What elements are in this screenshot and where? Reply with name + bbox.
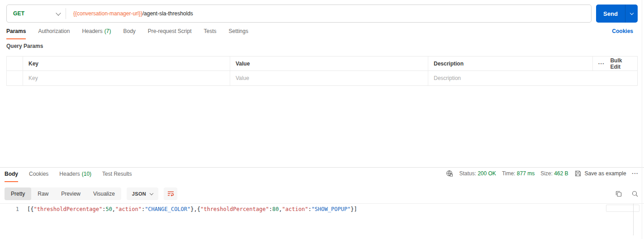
save-as-example-label: Save as example (585, 170, 626, 177)
send-options-button[interactable] (625, 5, 638, 23)
description-column-header: Description (428, 56, 593, 70)
json-token: , (279, 206, 282, 212)
chevron-down-icon (630, 11, 633, 14)
response-more-options-icon[interactable]: ••• (632, 172, 639, 175)
url-input[interactable]: {{conversation-manager-url}}/agent-sla-t… (66, 10, 193, 17)
json-token: 50 (105, 206, 112, 212)
status-badge[interactable]: Status: 200 OK (459, 170, 496, 177)
size-badge[interactable]: Size: 462 B (540, 170, 568, 177)
query-params-title: Query Params (6, 43, 43, 49)
status-value: 200 OK (478, 170, 496, 177)
tab-params[interactable]: Params (6, 28, 26, 39)
json-token: "thresholdPercentage" (33, 206, 102, 212)
language-select[interactable]: JSON (127, 187, 158, 200)
tab-label: Body (123, 28, 135, 34)
json-token: "SHOW_POPUP" (312, 206, 351, 212)
tab-authorization[interactable]: Authorization (38, 28, 70, 39)
value-input[interactable] (236, 75, 422, 81)
tab-test-results[interactable]: Test Results (102, 171, 132, 182)
table-input-row (7, 71, 637, 85)
editor-scroll-corner (606, 205, 639, 212)
method-label: GET (13, 10, 24, 17)
tab-label: Headers (59, 171, 80, 177)
key-input[interactable] (28, 75, 224, 81)
tab-label: Test Results (102, 171, 132, 177)
tab-pre-request-script[interactable]: Pre-request Script (148, 28, 192, 39)
network-info-icon[interactable] (446, 170, 453, 177)
tab-label: Tests (204, 28, 217, 34)
bulk-edit-button[interactable]: Bulk Edit (610, 57, 630, 70)
search-icon[interactable] (631, 190, 639, 197)
headers-count-badge: (7) (104, 28, 111, 34)
line-number: 1 (0, 206, 19, 212)
postman-request-view: GET {{conversation-manager-url}}/agent-s… (0, 0, 644, 239)
response-toolbar: Pretty Raw Preview Visualize JSON (5, 187, 639, 201)
view-tab-raw[interactable]: Raw (31, 187, 55, 200)
request-tabs: Params Authorization Headers(7) Body Pre… (6, 28, 633, 40)
key-column-header: Key (23, 56, 230, 70)
tab-label: Pre-request Script (148, 28, 192, 34)
chevron-down-icon (56, 10, 61, 15)
response-toolbar-right (615, 190, 639, 197)
request-url-box: GET {{conversation-manager-url}}/agent-s… (6, 5, 592, 23)
method-select[interactable]: GET (7, 10, 66, 17)
cookies-link[interactable]: Cookies (612, 28, 633, 34)
url-path: /agent-sla-thresholds (142, 10, 193, 17)
wrap-lines-icon (167, 191, 174, 197)
json-token: [{ (27, 206, 33, 212)
row-end-cell (593, 71, 637, 85)
response-headers-count-badge: (10) (82, 171, 91, 177)
tab-label: Params (6, 28, 26, 34)
chevron-down-icon (150, 191, 153, 195)
table-header-row: Key Value Description ••• Bulk Edit (7, 56, 637, 71)
tab-label: Body (5, 171, 18, 177)
url-environment-variable: {{conversation-manager-url}} (73, 10, 142, 17)
response-header: Body Cookies Headers(10) Test Results St… (5, 171, 639, 182)
tab-response-headers[interactable]: Headers(10) (59, 171, 91, 182)
tab-body[interactable]: Body (123, 28, 135, 39)
send-button-group: Send (596, 5, 638, 23)
editor-right-border (633, 204, 634, 235)
json-token: }] (350, 206, 357, 212)
json-token: "thresholdPercentage" (200, 206, 269, 212)
tab-response-body[interactable]: Body (5, 171, 18, 182)
json-token: 80 (272, 206, 279, 212)
row-checkbox-cell (7, 71, 23, 85)
language-label: JSON (132, 191, 146, 197)
time-badge[interactable]: Time: 877 ms (502, 170, 535, 177)
wrap-lines-button[interactable] (164, 187, 177, 200)
json-token: : (308, 206, 311, 212)
json-token: "CHANGE_COLOR" (145, 206, 190, 212)
description-input[interactable] (434, 75, 587, 81)
json-token: },{ (190, 206, 200, 212)
view-tab-pretty[interactable]: Pretty (5, 187, 31, 200)
tab-response-cookies[interactable]: Cookies (29, 171, 48, 182)
save-as-example-button[interactable]: Save as example (574, 170, 626, 177)
checkbox-column-header (7, 56, 23, 70)
more-options-icon[interactable]: ••• (598, 62, 605, 66)
window-right-edge (642, 0, 642, 239)
view-tab-visualize[interactable]: Visualize (87, 187, 121, 200)
response-json-line: [{"thresholdPercentage":50,"action":"CHA… (27, 206, 357, 212)
bulk-edit-cell: ••• Bulk Edit (593, 56, 637, 70)
response-view-switcher: Pretty Raw Preview Visualize (5, 187, 121, 200)
query-params-table: Key Value Description ••• Bulk Edit (6, 56, 638, 86)
tab-tests[interactable]: Tests (204, 28, 217, 39)
response-body-editor[interactable]: 1 [{"thresholdPercentage":50,"action":"C… (0, 203, 644, 239)
time-value: 877 ms (517, 170, 535, 177)
save-icon (574, 170, 582, 177)
tab-label: Settings (229, 28, 248, 34)
json-token: , (112, 206, 115, 212)
tab-settings[interactable]: Settings (229, 28, 248, 39)
key-cell (23, 71, 230, 85)
request-response-divider (0, 167, 644, 168)
send-button[interactable]: Send (596, 5, 625, 23)
json-token: "action" (115, 206, 142, 212)
tab-label: Authorization (38, 28, 70, 34)
response-tabs: Body Cookies Headers(10) Test Results (5, 171, 132, 182)
tab-label: Headers (82, 28, 102, 34)
copy-icon[interactable] (615, 190, 622, 197)
response-meta: Status: 200 OK Time: 877 ms Size: 462 B … (446, 170, 639, 177)
tab-headers[interactable]: Headers(7) (82, 28, 111, 39)
view-tab-preview[interactable]: Preview (55, 187, 87, 200)
